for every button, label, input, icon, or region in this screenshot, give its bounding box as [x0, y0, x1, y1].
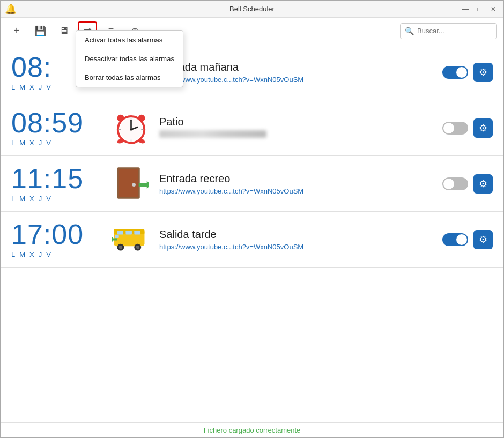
- alarm-title: Salida tarde: [159, 228, 433, 241]
- alarm-url: https://www.youtube.c...tch?v=WxnN05vOuS…: [159, 76, 433, 84]
- add-button[interactable]: +: [7, 21, 26, 41]
- alarm-info: Entrada recreo https://www.youtube.c...t…: [159, 173, 433, 195]
- app-icon: 🔔: [5, 3, 17, 15]
- alarm-day: L: [11, 83, 15, 91]
- dropdown-item-activate-all[interactable]: Activar todas las alarmas: [76, 31, 183, 49]
- alarm-day: V: [46, 250, 51, 258]
- status-bar: Fichero cargado correctamente: [1, 422, 503, 437]
- dropdown-menu: Activar todas las alarmas Desactivar tod…: [76, 30, 183, 87]
- alarm-days: L M X J V: [11, 250, 102, 258]
- alarm-toggle[interactable]: [442, 122, 468, 135]
- alarm-day: J: [39, 250, 42, 258]
- alarm-day: M: [19, 195, 25, 203]
- gear-icon: ⚙: [479, 178, 487, 190]
- svg-point-18: [117, 115, 124, 122]
- alarm-day: J: [39, 139, 42, 147]
- toggle-knob: [443, 179, 454, 189]
- svg-rect-28: [118, 169, 138, 197]
- alarm-controls: ⚙: [442, 230, 493, 249]
- alarm-days: L M X J V: [11, 139, 102, 147]
- alarm-day: X: [29, 83, 34, 91]
- svg-rect-40: [115, 235, 119, 238]
- gear-icon: ⚙: [479, 66, 487, 78]
- alarm-time: 08:59: [11, 109, 102, 137]
- alarm-info: Entrada mañana https://www.youtube.c...t…: [159, 61, 433, 84]
- svg-point-29: [132, 183, 136, 187]
- title-bar-left: 🔔: [5, 3, 17, 15]
- toggle-knob: [456, 67, 467, 78]
- alarm-day: M: [19, 83, 25, 91]
- svg-point-22: [130, 129, 132, 131]
- svg-marker-30: [138, 181, 148, 188]
- content-area: 08: L M X J V: [1, 44, 503, 422]
- alarm-row: 08:59 L M X J V: [1, 100, 503, 156]
- svg-point-37: [119, 246, 122, 249]
- alarm-controls: ⚙: [442, 63, 493, 82]
- alarm-row: 17:00 L M X J V: [1, 212, 503, 268]
- alarm-time-section: 11:15 L M X J V: [11, 165, 102, 203]
- window-title: Bell Scheduler: [1, 5, 503, 13]
- status-message: Fichero cargado correctamente: [204, 426, 301, 434]
- alarm-days: L M X J V: [11, 195, 102, 203]
- alarm-icon-bus-exit: [112, 221, 150, 258]
- svg-rect-34: [125, 231, 131, 235]
- alarm-settings-button[interactable]: ⚙: [473, 63, 493, 82]
- alarm-day: X: [29, 250, 34, 258]
- alarm-toggle[interactable]: [442, 233, 468, 246]
- alarm-url: https://www.youtube.c...tch?v=WxnN05vOuS…: [159, 187, 433, 195]
- maximize-button[interactable]: □: [473, 3, 485, 15]
- save-button[interactable]: 💾: [31, 21, 50, 41]
- alarm-controls: ⚙: [442, 174, 493, 194]
- gear-icon: ⚙: [479, 122, 487, 134]
- alarm-settings-button[interactable]: ⚙: [473, 230, 493, 249]
- alarm-day: X: [29, 195, 34, 203]
- alarm-settings-button[interactable]: ⚙: [473, 174, 493, 194]
- main-window: 🔔 Bell Scheduler — □ ✕ + 💾 🖥 ⇌ ≡ ⊕ 🔍 Act…: [0, 0, 504, 438]
- alarm-day: M: [19, 250, 25, 258]
- alarm-icon-clock: [112, 109, 150, 147]
- search-input[interactable]: [417, 27, 492, 35]
- minimize-button[interactable]: —: [459, 3, 471, 15]
- alarm-info: Patio: [159, 116, 433, 140]
- alarm-day: M: [19, 139, 25, 147]
- toggle-knob: [443, 123, 454, 133]
- search-icon: 🔍: [405, 27, 414, 35]
- alarm-title: Patio: [159, 116, 433, 128]
- dropdown-item-deactivate-all[interactable]: Desactivar todas las alarmas: [76, 49, 183, 68]
- svg-rect-33: [117, 231, 123, 235]
- alarm-day: L: [11, 250, 15, 258]
- title-bar-controls: — □ ✕: [459, 3, 499, 15]
- title-bar: 🔔 Bell Scheduler — □ ✕: [1, 1, 503, 18]
- alarm-info: Salida tarde https://www.youtube.c...tch…: [159, 228, 433, 251]
- alarm-title: Entrada recreo: [159, 173, 433, 185]
- alarm-settings-button[interactable]: ⚙: [473, 118, 493, 138]
- alarm-day: X: [29, 139, 34, 147]
- alarm-icon-door: [112, 165, 150, 203]
- search-box: 🔍: [400, 23, 497, 39]
- close-button[interactable]: ✕: [487, 3, 499, 15]
- svg-point-39: [136, 246, 139, 249]
- alarm-day: V: [46, 83, 51, 91]
- svg-point-19: [138, 115, 145, 122]
- alarm-toggle[interactable]: [442, 177, 468, 190]
- alarm-url-blurred: [159, 130, 266, 138]
- alarm-url: https://www.youtube.c...tch?v=WxnN05vOuS…: [159, 243, 433, 251]
- monitor-button[interactable]: 🖥: [54, 21, 73, 41]
- alarm-time: 17:00: [11, 220, 102, 248]
- alarm-day: J: [39, 83, 42, 91]
- alarm-day: V: [46, 139, 51, 147]
- svg-rect-35: [134, 231, 140, 235]
- alarm-toggle[interactable]: [442, 66, 468, 79]
- toggle-knob: [456, 234, 467, 245]
- alarm-time-section: 17:00 L M X J V: [11, 220, 102, 258]
- alarm-day: V: [46, 195, 51, 203]
- gear-icon: ⚙: [479, 234, 487, 246]
- alarm-row: 11:15 L M X J V: [1, 156, 503, 212]
- alarm-title: Entrada mañana: [159, 61, 433, 73]
- alarm-day: J: [39, 195, 42, 203]
- alarm-controls: ⚙: [442, 118, 493, 138]
- alarm-day: L: [11, 195, 15, 203]
- alarm-day: L: [11, 139, 15, 147]
- alarm-time-section: 08:59 L M X J V: [11, 109, 102, 147]
- dropdown-item-delete-all[interactable]: Borrar todas las alarmas: [76, 68, 183, 87]
